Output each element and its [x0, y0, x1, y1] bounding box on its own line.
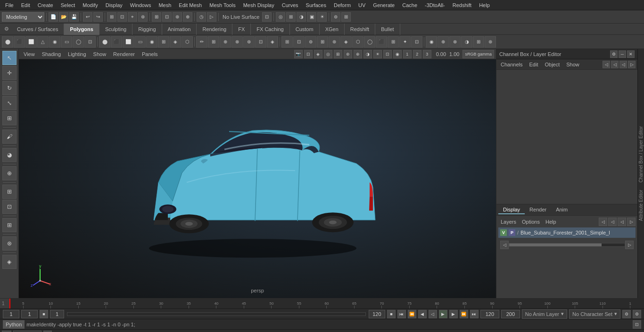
vp-wire-btn[interactable]: ◉ — [393, 50, 402, 58]
vp-1btn[interactable]: 1 — [403, 50, 412, 58]
wedge-btn[interactable]: ⬡ — [352, 36, 363, 48]
vp-isolate-btn[interactable]: ⊡ — [383, 50, 392, 58]
fill-hole-btn[interactable]: ⊚ — [305, 36, 316, 48]
menu-mesh-tools[interactable]: Mesh Tools — [206, 1, 239, 9]
isolate-btn[interactable]: ⊚ — [331, 12, 340, 22]
channel-nav-object[interactable]: Object — [542, 61, 562, 68]
menu-mesh[interactable]: Mesh — [155, 1, 174, 9]
lasso-btn[interactable]: ⌖ — [128, 12, 137, 22]
snap-grid-btn[interactable]: ⊞ — [152, 12, 161, 22]
layer-v-toggle[interactable]: V — [500, 229, 507, 236]
quick-layout[interactable]: ⊞ — [2, 185, 17, 199]
extrude-btn[interactable]: ⊞ — [208, 36, 219, 48]
tab-curves-surfaces[interactable]: Curves / Surfaces — [11, 24, 64, 35]
mirror-btn[interactable]: ⊡ — [255, 36, 266, 48]
mode-dropdown[interactable]: Modeling Rigging Animation FX Rendering — [2, 12, 44, 22]
undo-btn[interactable]: ↩ — [83, 12, 92, 22]
vp-2btn[interactable]: 2 — [413, 50, 421, 58]
retopo-btn[interactable]: ⊞ — [388, 36, 399, 48]
time-slider-track[interactable] — [67, 312, 366, 316]
scale-tool[interactable]: ⤡ — [2, 96, 17, 110]
menu-mesh-display[interactable]: Mesh Display — [240, 1, 278, 9]
menu-windows[interactable]: Windows — [127, 1, 155, 9]
channel-nav-channels[interactable]: Channels — [498, 61, 525, 68]
maya-icon[interactable]: M — [2, 331, 11, 332]
plane-btn[interactable]: ▭ — [61, 36, 72, 48]
go-end-btn[interactable]: ⏭ — [470, 310, 479, 318]
close-btn[interactable]: ✕ — [43, 331, 52, 332]
shaded-btn[interactable]: ◑ — [297, 12, 306, 22]
poke-btn[interactable]: ◈ — [340, 36, 352, 48]
bc-sq-btn[interactable]: ■ — [40, 310, 48, 318]
tab-rendering[interactable]: Rendering — [197, 24, 232, 35]
wrap-btn[interactable]: ⊛ — [485, 36, 496, 48]
layers-nav-layers[interactable]: Layers — [498, 219, 519, 225]
timeline-ruler[interactable]: 5101520253035404550556065707580859095100… — [9, 299, 644, 308]
display-layer[interactable]: ⊡ — [2, 200, 17, 214]
next-key-btn[interactable]: ⏩ — [460, 310, 468, 318]
channel-nav-edit[interactable]: Edit — [527, 61, 540, 68]
play-fwd-btn[interactable]: ▶ — [439, 310, 447, 318]
vp-grid-btn[interactable]: ⊞ — [334, 50, 342, 58]
tab-animation[interactable]: Animation — [162, 24, 197, 35]
layers-scroll-track[interactable] — [509, 243, 625, 247]
wireframe-btn[interactable]: ⊞ — [286, 12, 296, 22]
merge-btn[interactable]: ⊕ — [438, 36, 449, 48]
channel-box-close-btn[interactable]: ✕ — [627, 50, 635, 58]
layer-add4-btn[interactable]: ▷ — [627, 218, 636, 226]
scroll-right-btn[interactable]: ▷ — [625, 241, 634, 249]
vp-select-btn[interactable]: ⊡ — [304, 50, 313, 58]
platonic-btn[interactable]: ⬡ — [182, 36, 193, 48]
helix-btn[interactable]: ⊞ — [158, 36, 169, 48]
tab-settings-btn[interactable]: ⚙ — [2, 24, 11, 34]
menu-redshift[interactable]: Redshift — [449, 1, 475, 9]
reduce-btn[interactable]: ⬛ — [376, 36, 387, 48]
select-tool[interactable]: ↖ — [2, 51, 17, 65]
torus2-btn[interactable]: ◉ — [146, 36, 157, 48]
layer-add-btn[interactable]: ◁ — [599, 218, 607, 226]
plane2-btn[interactable]: ▭ — [134, 36, 146, 48]
mirror2-btn[interactable]: ⊡ — [411, 36, 422, 48]
tab-xgen[interactable]: XGen — [320, 24, 345, 35]
menu-generate[interactable]: Generate — [370, 1, 398, 9]
channel-box-tab3[interactable]: ◁ — [619, 61, 627, 68]
sphere2-btn[interactable]: ⬤ — [99, 36, 110, 48]
bc-sq-btn2[interactable]: ■ — [387, 310, 396, 318]
attribute-editor-vert-tab[interactable]: Attribute Editor — [637, 186, 644, 225]
redo-btn[interactable]: ↪ — [93, 12, 103, 22]
menu-cache[interactable]: Cache — [399, 1, 421, 9]
prev-key-btn[interactable]: ⏪ — [408, 310, 416, 318]
show-manip-tool[interactable]: ⊞ — [2, 111, 17, 125]
lattice-btn[interactable]: ⊞ — [473, 36, 484, 48]
menu-file[interactable]: File — [2, 1, 17, 9]
menu-create[interactable]: Create — [34, 1, 57, 9]
vp-panels-menu[interactable]: Panels — [139, 50, 161, 58]
cleanup-btn[interactable]: ✦ — [399, 36, 411, 48]
grid-btn[interactable]: ⊞ — [2, 218, 17, 232]
char-set-dropdown[interactable]: No Character Set ▾ — [569, 309, 620, 319]
menu-select[interactable]: Select — [58, 1, 79, 9]
light-btn[interactable]: ☀ — [317, 12, 327, 22]
disk-btn[interactable]: ◯ — [73, 36, 84, 48]
select-btn[interactable]: ⊡ — [117, 12, 127, 22]
paint-btn[interactable]: ⊛ — [138, 12, 148, 22]
current-frame-field[interactable] — [3, 310, 19, 318]
vp-hud-btn[interactable]: ⊛ — [344, 50, 352, 58]
vp-mask-btn[interactable]: ◈ — [314, 50, 322, 58]
range-start-field[interactable] — [50, 310, 64, 318]
vp-view-menu[interactable]: View — [21, 50, 38, 58]
go-start-btn[interactable]: ⏮ — [397, 310, 406, 318]
pencil-btn[interactable]: ✏ — [196, 36, 207, 48]
subdiv-btn[interactable]: ◈ — [170, 36, 181, 48]
vp-light-btn[interactable]: ☀ — [373, 50, 382, 58]
history-btn[interactable]: ◷ — [197, 12, 206, 22]
playback-start-field[interactable] — [480, 310, 499, 318]
max-frame-field[interactable] — [501, 310, 520, 318]
bookmark-btn[interactable]: ⊛ — [2, 236, 17, 251]
menu-3dtall[interactable]: -3DtoAll- — [421, 1, 448, 9]
combine-btn[interactable]: ⊕ — [220, 36, 231, 48]
channel-box-vert-tab[interactable]: Channel Box / Layer Editor — [637, 122, 644, 186]
panel-tab-display[interactable]: Display — [498, 206, 525, 214]
snap-surface-btn[interactable]: ⊕ — [183, 12, 192, 22]
bevel-btn[interactable]: ⊞ — [281, 36, 293, 48]
